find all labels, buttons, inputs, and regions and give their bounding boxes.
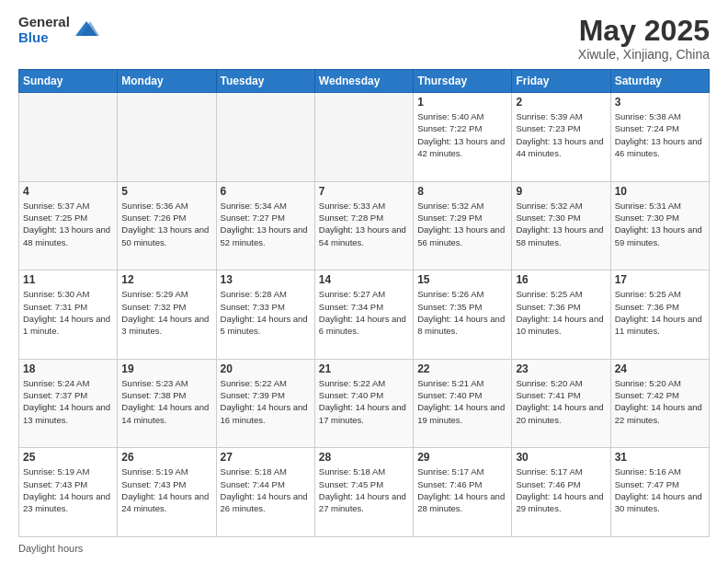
day-number: 28	[319, 451, 409, 464]
calendar-cell-empty	[118, 93, 216, 182]
logo: General Blue	[18, 15, 99, 45]
day-info: Sunrise: 5:37 AMSunset: 7:25 PMDaylight:…	[23, 200, 113, 248]
calendar-week-3: 11Sunrise: 5:30 AMSunset: 7:31 PMDayligh…	[19, 270, 710, 360]
calendar-cell-13: 13Sunrise: 5:28 AMSunset: 7:33 PMDayligh…	[216, 270, 314, 360]
calendar-cell-20: 20Sunrise: 5:22 AMSunset: 7:39 PMDayligh…	[216, 359, 314, 448]
calendar-table: SundayMondayTuesdayWednesdayThursdayFrid…	[18, 69, 710, 537]
day-info: Sunrise: 5:24 AMSunset: 7:37 PMDaylight:…	[23, 377, 113, 426]
day-number: 7	[319, 185, 409, 198]
calendar-cell-25: 25Sunrise: 5:19 AMSunset: 7:43 PMDayligh…	[19, 448, 118, 537]
calendar-week-2: 4Sunrise: 5:37 AMSunset: 7:25 PMDaylight…	[19, 181, 710, 270]
calendar-week-1: 1Sunrise: 5:40 AMSunset: 7:22 PMDaylight…	[19, 93, 710, 182]
calendar-cell-8: 8Sunrise: 5:32 AMSunset: 7:29 PMDaylight…	[414, 181, 512, 270]
logo-blue: Blue	[18, 30, 70, 46]
day-number: 11	[23, 273, 113, 286]
calendar-cell-4: 4Sunrise: 5:37 AMSunset: 7:25 PMDaylight…	[19, 181, 118, 270]
calendar-cell-1: 1Sunrise: 5:40 AMSunset: 7:22 PMDaylight…	[414, 93, 512, 182]
day-info: Sunrise: 5:20 AMSunset: 7:41 PMDaylight:…	[516, 377, 606, 426]
calendar-header-thursday: Thursday	[414, 70, 512, 93]
calendar-week-4: 18Sunrise: 5:24 AMSunset: 7:37 PMDayligh…	[19, 359, 710, 448]
day-number: 25	[23, 451, 113, 464]
day-number: 17	[615, 273, 705, 286]
calendar-cell-15: 15Sunrise: 5:26 AMSunset: 7:35 PMDayligh…	[414, 270, 512, 360]
calendar-cell-21: 21Sunrise: 5:22 AMSunset: 7:40 PMDayligh…	[314, 359, 413, 448]
day-info: Sunrise: 5:31 AMSunset: 7:30 PMDaylight:…	[615, 200, 705, 248]
logo-general: General	[18, 15, 70, 30]
day-number: 23	[516, 362, 606, 375]
calendar-cell-29: 29Sunrise: 5:17 AMSunset: 7:46 PMDayligh…	[414, 448, 512, 537]
day-number: 18	[23, 362, 113, 375]
day-number: 16	[516, 273, 606, 286]
calendar-cell-6: 6Sunrise: 5:34 AMSunset: 7:27 PMDaylight…	[216, 181, 314, 270]
day-number: 2	[516, 96, 606, 109]
day-info: Sunrise: 5:33 AMSunset: 7:28 PMDaylight:…	[319, 200, 409, 248]
day-info: Sunrise: 5:39 AMSunset: 7:23 PMDaylight:…	[516, 110, 606, 159]
calendar-header-saturday: Saturday	[610, 70, 709, 93]
day-info: Sunrise: 5:34 AMSunset: 7:27 PMDaylight:…	[221, 200, 311, 248]
day-info: Sunrise: 5:22 AMSunset: 7:40 PMDaylight:…	[319, 377, 409, 426]
day-info: Sunrise: 5:19 AMSunset: 7:43 PMDaylight:…	[121, 465, 211, 514]
calendar-cell-31: 31Sunrise: 5:16 AMSunset: 7:47 PMDayligh…	[610, 448, 709, 537]
calendar-cell-26: 26Sunrise: 5:19 AMSunset: 7:43 PMDayligh…	[118, 448, 216, 537]
day-number: 9	[516, 185, 606, 198]
calendar-cell-7: 7Sunrise: 5:33 AMSunset: 7:28 PMDaylight…	[314, 181, 413, 270]
calendar-cell-23: 23Sunrise: 5:20 AMSunset: 7:41 PMDayligh…	[512, 359, 610, 448]
calendar-cell-19: 19Sunrise: 5:23 AMSunset: 7:38 PMDayligh…	[118, 359, 216, 448]
day-number: 5	[121, 185, 211, 198]
day-number: 19	[121, 362, 211, 375]
calendar-cell-10: 10Sunrise: 5:31 AMSunset: 7:30 PMDayligh…	[610, 181, 709, 270]
calendar-cell-5: 5Sunrise: 5:36 AMSunset: 7:26 PMDaylight…	[118, 181, 216, 270]
day-number: 26	[121, 451, 211, 464]
calendar-cell-27: 27Sunrise: 5:18 AMSunset: 7:44 PMDayligh…	[216, 448, 314, 537]
day-info: Sunrise: 5:28 AMSunset: 7:33 PMDaylight:…	[221, 288, 311, 337]
calendar-cell-17: 17Sunrise: 5:25 AMSunset: 7:36 PMDayligh…	[610, 270, 709, 360]
day-info: Sunrise: 5:25 AMSunset: 7:36 PMDaylight:…	[615, 288, 705, 337]
calendar-cell-empty	[314, 93, 413, 182]
calendar-header-friday: Friday	[512, 70, 610, 93]
footer: Daylight hours	[18, 543, 710, 554]
day-number: 12	[121, 273, 211, 286]
day-number: 8	[417, 185, 507, 198]
calendar-cell-28: 28Sunrise: 5:18 AMSunset: 7:45 PMDayligh…	[314, 448, 413, 537]
calendar-cell-11: 11Sunrise: 5:30 AMSunset: 7:31 PMDayligh…	[19, 270, 118, 360]
day-info: Sunrise: 5:23 AMSunset: 7:38 PMDaylight:…	[121, 377, 211, 426]
day-number: 29	[417, 451, 507, 464]
location: Xiwule, Xinjiang, China	[578, 47, 710, 62]
day-number: 15	[417, 273, 507, 286]
day-number: 6	[221, 185, 311, 198]
day-info: Sunrise: 5:27 AMSunset: 7:34 PMDaylight:…	[319, 288, 409, 337]
day-info: Sunrise: 5:26 AMSunset: 7:35 PMDaylight:…	[417, 288, 507, 337]
calendar-cell-30: 30Sunrise: 5:17 AMSunset: 7:46 PMDayligh…	[512, 448, 610, 537]
calendar-header-row: SundayMondayTuesdayWednesdayThursdayFrid…	[19, 70, 710, 93]
logo-icon	[74, 17, 99, 43]
day-number: 30	[516, 451, 606, 464]
month-title: May 2025	[578, 15, 710, 47]
calendar-header-sunday: Sunday	[19, 70, 118, 93]
day-info: Sunrise: 5:32 AMSunset: 7:30 PMDaylight:…	[516, 200, 606, 248]
calendar-header-tuesday: Tuesday	[216, 70, 314, 93]
calendar-cell-22: 22Sunrise: 5:21 AMSunset: 7:40 PMDayligh…	[414, 359, 512, 448]
day-number: 24	[615, 362, 705, 375]
day-number: 3	[615, 96, 705, 109]
day-number: 21	[319, 362, 409, 375]
day-number: 1	[417, 96, 507, 109]
day-info: Sunrise: 5:40 AMSunset: 7:22 PMDaylight:…	[417, 110, 507, 159]
day-info: Sunrise: 5:18 AMSunset: 7:44 PMDaylight:…	[221, 465, 311, 514]
day-info: Sunrise: 5:19 AMSunset: 7:43 PMDaylight:…	[23, 465, 113, 514]
calendar-week-5: 25Sunrise: 5:19 AMSunset: 7:43 PMDayligh…	[19, 448, 710, 537]
day-info: Sunrise: 5:36 AMSunset: 7:26 PMDaylight:…	[121, 200, 211, 248]
page: General Blue May 2025 Xiwule, Xinjiang, …	[0, 0, 728, 563]
day-info: Sunrise: 5:17 AMSunset: 7:46 PMDaylight:…	[417, 465, 507, 514]
day-info: Sunrise: 5:17 AMSunset: 7:46 PMDaylight:…	[516, 465, 606, 514]
calendar-cell-14: 14Sunrise: 5:27 AMSunset: 7:34 PMDayligh…	[314, 270, 413, 360]
day-number: 13	[221, 273, 311, 286]
day-info: Sunrise: 5:32 AMSunset: 7:29 PMDaylight:…	[417, 200, 507, 248]
day-info: Sunrise: 5:18 AMSunset: 7:45 PMDaylight:…	[319, 465, 409, 514]
day-info: Sunrise: 5:16 AMSunset: 7:47 PMDaylight:…	[615, 465, 705, 514]
day-number: 27	[221, 451, 311, 464]
header: General Blue May 2025 Xiwule, Xinjiang, …	[18, 15, 710, 62]
footer-text: Daylight hours	[18, 543, 83, 554]
day-number: 4	[23, 185, 113, 198]
day-info: Sunrise: 5:25 AMSunset: 7:36 PMDaylight:…	[516, 288, 606, 337]
calendar-cell-2: 2Sunrise: 5:39 AMSunset: 7:23 PMDaylight…	[512, 93, 610, 182]
